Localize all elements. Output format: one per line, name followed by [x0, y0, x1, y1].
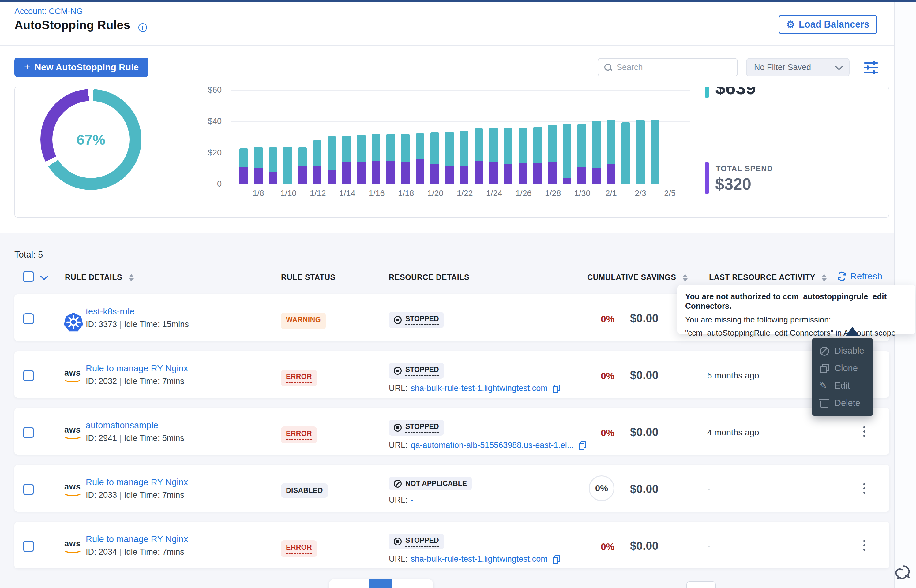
- x-axis-tick: [618, 189, 633, 198]
- spend-bar-segment: [269, 172, 277, 184]
- menu-item-clone[interactable]: Clone: [812, 359, 873, 377]
- row-checkbox[interactable]: [23, 484, 34, 495]
- page-title: AutoStopping Rules: [15, 18, 130, 32]
- menu-item-label: Delete: [835, 398, 860, 408]
- sort-icon[interactable]: [822, 274, 827, 281]
- spend-bar-segment: [592, 168, 600, 184]
- last-activity: -: [707, 541, 710, 551]
- rule-id-idle: ID: 2034|Idle Time: 7mins: [86, 547, 188, 557]
- row-menu-button[interactable]: [856, 423, 873, 440]
- y-axis-tick: $40: [182, 116, 222, 126]
- aws-icon: aws: [63, 426, 82, 439]
- last-activity: -: [707, 485, 710, 494]
- copy-icon[interactable]: [553, 384, 559, 393]
- header-divider: [0, 45, 894, 46]
- load-balancers-button[interactable]: ⚙ Load Balancers: [778, 15, 877, 34]
- total-spend-label: TOTAL SPEND: [716, 164, 773, 173]
- savings-bar-segment: [283, 147, 292, 184]
- menu-item-delete[interactable]: Delete: [812, 394, 873, 412]
- x-axis-tick: [501, 189, 516, 198]
- search-box[interactable]: [597, 58, 738, 76]
- rule-name-link[interactable]: Rule to manage RY Nginx: [86, 534, 188, 544]
- x-axis-tick: 2/5: [662, 189, 677, 198]
- rule-name-link[interactable]: test-k8s-rule: [86, 307, 189, 317]
- sort-icon[interactable]: [129, 274, 134, 281]
- savings-bar-segment: [328, 136, 336, 170]
- resource-details-cell: STOPPED URL: qa-automation-alb-515563988…: [389, 420, 585, 450]
- column-label: CUMULATIVE SAVINGS: [587, 273, 676, 281]
- x-axis-tick: [325, 189, 339, 198]
- savings-bar-segment: [504, 128, 513, 164]
- filter-panel-icon[interactable]: [864, 61, 878, 74]
- select-all-checkbox[interactable]: [23, 271, 34, 282]
- row-checkbox[interactable]: [23, 370, 34, 381]
- spend-bar-segment: [416, 159, 424, 184]
- rule-status-badge: DISABLED: [281, 483, 328, 498]
- chevron-down-icon[interactable]: [40, 272, 48, 280]
- pagination-bar[interactable]: [329, 579, 433, 588]
- new-autostopping-rule-button[interactable]: + New AutoStopping Rule: [15, 58, 149, 77]
- bar-slot: [354, 90, 369, 184]
- page-size-select[interactable]: [686, 581, 716, 588]
- column-last-resource-activity[interactable]: LAST RESOURCE ACTIVITY: [709, 273, 827, 282]
- rule-name-link[interactable]: Rule to manage RY Nginx: [86, 477, 188, 487]
- search-input[interactable]: [616, 62, 727, 73]
- resource-url-link[interactable]: qa-automation-alb-515563988.us-east-1.el…: [411, 441, 574, 450]
- savings-bar-segment: [445, 132, 454, 165]
- resource-url-link[interactable]: sha-bulk-rule-test-1.lightwingtest.com: [411, 384, 548, 393]
- spend-bar-segment: [445, 165, 454, 184]
- sort-icon[interactable]: [683, 274, 688, 281]
- bar-slot: [457, 90, 471, 184]
- refresh-button[interactable]: Refresh: [837, 271, 882, 281]
- spend-bar-segment: [474, 161, 483, 184]
- pagination-current-page[interactable]: [369, 579, 392, 588]
- savings-bar-segment: [519, 128, 527, 163]
- saved-filter-dropdown[interactable]: No Filter Saved: [746, 58, 850, 76]
- row-checkbox[interactable]: [23, 427, 34, 438]
- x-axis-tick: [648, 189, 662, 198]
- row-menu-button[interactable]: [856, 480, 873, 497]
- rule-status-cell: ERROR: [281, 426, 317, 443]
- savings-bar-segment: [401, 134, 409, 162]
- bar-slot: [516, 90, 530, 184]
- savings-amount: $0.00: [630, 369, 659, 382]
- savings-bar-segment: [430, 132, 439, 164]
- row-menu-button[interactable]: [856, 536, 873, 554]
- resource-status-badge: STOPPED: [389, 420, 444, 436]
- column-rule-details[interactable]: RULE DETAILS: [65, 273, 134, 282]
- copy-icon[interactable]: [553, 555, 559, 563]
- row-checkbox[interactable]: [23, 541, 34, 552]
- info-icon[interactable]: i: [138, 23, 147, 32]
- spend-bar-segment: [563, 178, 571, 184]
- rule-status-cell: DISABLED: [281, 483, 328, 498]
- bar-slot: [383, 90, 398, 184]
- plus-icon: +: [24, 61, 30, 73]
- spend-bar-segment: [328, 170, 336, 184]
- menu-item-disable[interactable]: Disable: [812, 342, 873, 359]
- bar-slot: [251, 90, 266, 184]
- resource-details-cell: STOPPED URL: sha-bulk-rule-test-1.lightw…: [389, 363, 559, 393]
- chat-support-icon[interactable]: [895, 562, 915, 583]
- resource-status-badge: NOT APPLICABLE: [389, 477, 472, 490]
- bar-slot: [295, 90, 310, 184]
- menu-item-edit[interactable]: ✎ Edit: [812, 377, 873, 394]
- rule-name-link[interactable]: automationsample: [86, 420, 184, 430]
- spend-savings-bar-chart: [236, 90, 677, 184]
- table-row: aws Rule to manage RY Nginx ID: 2033|Idl…: [15, 465, 889, 512]
- rule-name-link[interactable]: Rule to manage RY Nginx: [86, 363, 188, 373]
- row-checkbox[interactable]: [23, 313, 34, 324]
- kubernetes-icon: [63, 312, 84, 332]
- bar-slot: [648, 90, 662, 184]
- url-label: URL:: [389, 441, 408, 450]
- savings-bar-segment: [474, 129, 483, 161]
- column-cumulative-savings[interactable]: CUMULATIVE SAVINGS: [587, 273, 688, 282]
- resource-url-link[interactable]: sha-bulk-rule-test-1.lightwingtest.com: [411, 554, 548, 564]
- rule-status-cell: ERROR: [281, 540, 317, 557]
- resource-url-link[interactable]: -: [411, 495, 414, 505]
- copy-icon[interactable]: [579, 441, 585, 449]
- bar-slot: [369, 90, 383, 184]
- x-axis-tick: 1/18: [398, 189, 413, 198]
- breadcrumb-account-link[interactable]: Account: CCM-NG: [15, 7, 83, 16]
- total-count: Total: 5: [15, 250, 43, 260]
- savings-percent: 0%: [600, 314, 615, 325]
